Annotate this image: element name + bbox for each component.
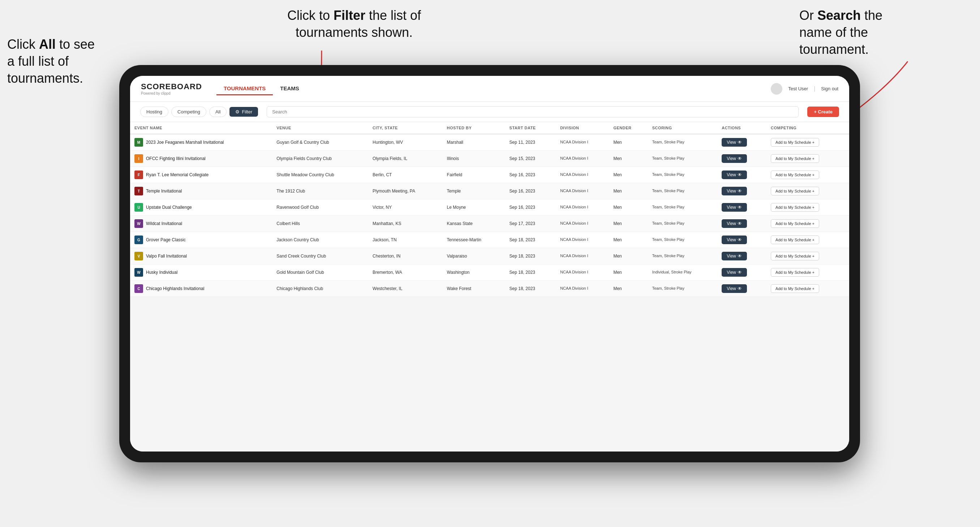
nav-bar: SCOREBOARD Powered by clippd TOURNAMENTS… [130, 76, 849, 102]
view-button[interactable]: View 👁 [722, 138, 747, 147]
col-hosted-by: HOSTED BY [443, 122, 505, 134]
eye-icon: 👁 [738, 221, 742, 226]
view-button[interactable]: View 👁 [722, 203, 747, 212]
cell-hosted-by: Wake Forest [443, 281, 505, 297]
team-icon: M [134, 138, 143, 147]
view-button[interactable]: View 👁 [722, 187, 747, 195]
cell-division: NCAA Division I [556, 248, 609, 264]
search-input[interactable] [267, 106, 799, 117]
cell-competing: Add to My Schedule + [767, 151, 849, 167]
col-gender: GENDER [609, 122, 648, 134]
add-to-schedule-button[interactable]: Add to My Schedule + [771, 138, 819, 147]
tab-hosting[interactable]: Hosting [140, 106, 169, 117]
cell-competing: Add to My Schedule + [767, 216, 849, 232]
cell-hosted-by: Marshall [443, 134, 505, 151]
add-to-schedule-button[interactable]: Add to My Schedule + [771, 187, 819, 195]
cell-competing: Add to My Schedule + [767, 134, 849, 151]
cell-gender: Men [609, 151, 648, 167]
sign-out-link[interactable]: Sign out [821, 86, 838, 91]
cell-start-date: Sep 16, 2023 [505, 183, 556, 199]
add-to-schedule-button[interactable]: Add to My Schedule + [771, 219, 819, 228]
cell-city-state: Olympia Fields, IL [368, 151, 443, 167]
cell-gender: Men [609, 167, 648, 183]
cell-competing: Add to My Schedule + [767, 248, 849, 264]
col-event-name: EVENT NAME [130, 122, 272, 134]
table-row: C Chicago Highlands Invitational Chicago… [130, 281, 849, 297]
cell-city-state: Chesterton, IN [368, 248, 443, 264]
view-button[interactable]: View 👁 [722, 219, 747, 228]
add-to-schedule-button[interactable]: Add to My Schedule + [771, 284, 819, 293]
cell-actions: View 👁 [717, 232, 767, 248]
add-to-schedule-button[interactable]: Add to My Schedule + [771, 252, 819, 260]
logo-area: SCOREBOARD Powered by clippd [141, 82, 202, 95]
tournaments-table: EVENT NAME VENUE CITY, STATE HOSTED BY S… [130, 122, 849, 297]
cell-actions: View 👁 [717, 264, 767, 281]
cell-scoring: Team, Stroke Play [648, 199, 717, 216]
create-button[interactable]: + Create [807, 106, 839, 117]
cell-start-date: Sep 18, 2023 [505, 232, 556, 248]
table-row: T Temple Invitational The 1912 Club Plym… [130, 183, 849, 199]
cell-start-date: Sep 15, 2023 [505, 151, 556, 167]
cell-gender: Men [609, 134, 648, 151]
add-to-schedule-button[interactable]: Add to My Schedule + [771, 154, 819, 163]
eye-icon: 👁 [738, 237, 742, 242]
cell-venue: The 1912 Club [272, 183, 368, 199]
cell-start-date: Sep 16, 2023 [505, 167, 556, 183]
cell-gender: Men [609, 281, 648, 297]
table-row: F Ryan T. Lee Memorial Collegiate Shuttl… [130, 167, 849, 183]
filter-button[interactable]: ⚙ Filter [229, 107, 258, 117]
cell-event-name: M 2023 Joe Feaganes Marshall Invitationa… [130, 134, 272, 151]
add-to-schedule-button[interactable]: Add to My Schedule + [771, 203, 819, 212]
cell-actions: View 👁 [717, 167, 767, 183]
annotation-all: Click All to seea full list oftournament… [7, 36, 123, 87]
team-icon: T [134, 187, 143, 195]
nav-teams[interactable]: TEAMS [273, 83, 306, 95]
view-button[interactable]: View 👁 [722, 154, 747, 163]
cell-actions: View 👁 [717, 248, 767, 264]
eye-icon: 👁 [738, 156, 742, 161]
cell-gender: Men [609, 232, 648, 248]
cell-division: NCAA Division I [556, 134, 609, 151]
cell-actions: View 👁 [717, 216, 767, 232]
cell-actions: View 👁 [717, 281, 767, 297]
view-button[interactable]: View 👁 [722, 284, 747, 293]
cell-venue: Ravenwood Golf Club [272, 199, 368, 216]
team-icon: I [134, 154, 143, 163]
tournaments-table-container: EVENT NAME VENUE CITY, STATE HOSTED BY S… [130, 122, 849, 451]
cell-venue: Jackson Country Club [272, 232, 368, 248]
team-icon: W [134, 219, 143, 228]
cell-actions: View 👁 [717, 134, 767, 151]
cell-division: NCAA Division I [556, 151, 609, 167]
view-button[interactable]: View 👁 [722, 235, 747, 244]
view-button[interactable]: View 👁 [722, 252, 747, 260]
team-icon: W [134, 268, 143, 277]
cell-actions: View 👁 [717, 183, 767, 199]
cell-division: NCAA Division I [556, 216, 609, 232]
tab-all[interactable]: All [209, 106, 227, 117]
view-button[interactable]: View 👁 [722, 170, 747, 179]
event-name-text: Husky Individual [146, 270, 177, 275]
cell-event-name: F Ryan T. Lee Memorial Collegiate [130, 167, 272, 183]
cell-start-date: Sep 18, 2023 [505, 248, 556, 264]
col-venue: VENUE [272, 122, 368, 134]
view-button[interactable]: View 👁 [722, 268, 747, 277]
tab-competing[interactable]: Competing [171, 106, 206, 117]
nav-links: TOURNAMENTS TEAMS [216, 83, 306, 95]
eye-icon: 👁 [738, 205, 742, 210]
cell-actions: View 👁 [717, 151, 767, 167]
cell-venue: Colbert Hills [272, 216, 368, 232]
table-row: G Grover Page Classic Jackson Country Cl… [130, 232, 849, 248]
add-to-schedule-button[interactable]: Add to My Schedule + [771, 268, 819, 277]
nav-tournaments[interactable]: TOURNAMENTS [216, 83, 273, 95]
cell-scoring: Team, Stroke Play [648, 281, 717, 297]
filter-label: Filter [242, 109, 252, 114]
col-competing: COMPETING [767, 122, 849, 134]
event-name-text: Upstate Dual Challenge [146, 205, 192, 210]
cell-hosted-by: Illinois [443, 151, 505, 167]
add-to-schedule-button[interactable]: Add to My Schedule + [771, 235, 819, 244]
col-city-state: CITY, STATE [368, 122, 443, 134]
add-to-schedule-button[interactable]: Add to My Schedule + [771, 170, 819, 179]
team-icon: F [134, 170, 143, 179]
filter-icon: ⚙ [235, 109, 240, 114]
cell-venue: Shuttle Meadow Country Club [272, 167, 368, 183]
